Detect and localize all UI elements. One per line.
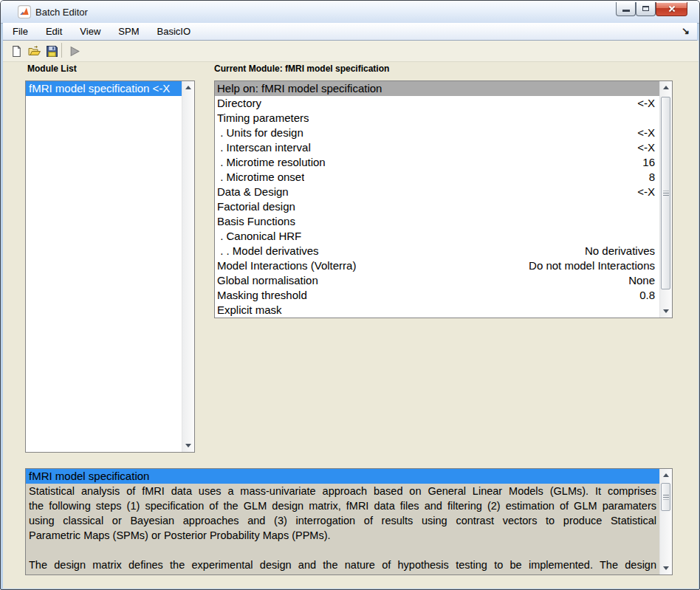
module-option-row[interactable]: Factorial design <box>215 199 659 214</box>
module-option-row[interactable]: Explicit mask <box>215 303 659 318</box>
scrollbar-thumb[interactable] <box>661 97 670 289</box>
scroll-up-icon[interactable] <box>182 81 194 94</box>
help-text-line: using classical or Bayesian approaches a… <box>29 513 656 528</box>
help-text-line: Statistical analysis of fMRI data uses a… <box>29 484 656 498</box>
option-value: None <box>621 273 655 288</box>
menu-item-basicio[interactable]: BasicIO <box>148 23 199 37</box>
module-option-row[interactable]: . Microtime onset8 <box>215 170 659 185</box>
option-label: Help on: fMRI model specification <box>217 81 382 96</box>
module-option-row[interactable]: . Interscan interval<-X <box>215 140 659 155</box>
scrollbar-thumb[interactable] <box>661 483 670 511</box>
option-value <box>648 303 655 318</box>
current-module-label: Current Module: fMRI model specification <box>214 64 389 74</box>
option-value: Do not model Interactions <box>521 258 655 273</box>
module-list-label: Module List <box>27 64 77 74</box>
save-floppy-icon <box>46 45 58 58</box>
close-icon <box>668 4 676 13</box>
option-value <box>648 229 655 244</box>
menu-item-file[interactable]: File <box>3 23 37 37</box>
window-title: Batch Editor <box>35 7 88 18</box>
module-option-row[interactable]: . Microtime resolution16 <box>215 155 659 170</box>
option-label: Global normalisation <box>217 273 318 288</box>
scroll-up-icon[interactable] <box>660 469 672 481</box>
figure-area: Module List fMRI model specification <-X… <box>3 41 699 589</box>
toolbar <box>3 41 699 62</box>
help-panel: fMRI model specification Statistical ana… <box>25 468 673 575</box>
option-value: <-X <box>630 96 655 111</box>
option-label: Model Interactions (Volterra) <box>217 258 356 273</box>
option-label: . Canonical HRF <box>217 229 301 244</box>
maximize-button[interactable] <box>636 2 656 16</box>
matlab-app-icon <box>18 5 31 18</box>
module-option-row[interactable]: . Canonical HRF <box>215 229 659 244</box>
module-options-scrollbar[interactable] <box>659 81 672 318</box>
module-option-row[interactable]: Data & Design<-X <box>215 185 659 199</box>
menu-item-view[interactable]: View <box>71 23 109 37</box>
new-batch-button[interactable] <box>8 43 24 59</box>
module-options-box: Help on: fMRI model specificationDirecto… <box>214 80 673 318</box>
scroll-up-icon[interactable] <box>660 81 672 94</box>
module-list-items: fMRI model specification <-X <box>26 81 194 96</box>
option-value: No derivatives <box>577 244 655 258</box>
module-option-row[interactable]: Basis Functions <box>215 214 659 229</box>
help-title: fMRI model specification <box>26 469 659 484</box>
scroll-down-icon[interactable] <box>660 305 672 318</box>
option-label: Basis Functions <box>217 214 295 229</box>
menubar-items: FileEditViewSPMBasicIO <box>3 24 199 37</box>
module-option-list: Help on: fMRI model specificationDirecto… <box>215 81 672 318</box>
module-option-row[interactable]: Model Interactions (Volterra)Do not mode… <box>215 258 659 273</box>
toolbar-separator <box>61 43 62 58</box>
option-value: <-X <box>630 140 655 155</box>
option-label: . Microtime resolution <box>217 155 326 170</box>
option-label: Explicit mask <box>217 303 282 318</box>
option-label: . Microtime onset <box>217 170 304 185</box>
module-option-row[interactable]: Masking threshold0.8 <box>215 288 659 303</box>
option-value: <-X <box>630 185 655 199</box>
module-list-item[interactable]: fMRI model specification <-X <box>26 81 182 96</box>
module-option-row[interactable]: Help on: fMRI model specification <box>215 81 659 96</box>
help-scrollbar[interactable] <box>659 469 672 574</box>
option-label: Directory <box>217 96 261 111</box>
option-label: . Interscan interval <box>217 140 311 155</box>
option-value <box>648 111 655 126</box>
option-label: Factorial design <box>217 199 295 214</box>
option-label: . . Model derivatives <box>217 244 319 258</box>
save-batch-button[interactable] <box>44 43 60 59</box>
option-value: 8 <box>642 170 655 185</box>
module-option-row[interactable]: Timing parameters <box>215 111 659 126</box>
help-text-line: The design matrix defines the experiment… <box>29 558 656 572</box>
titlebar[interactable]: Batch Editor <box>1 1 699 24</box>
new-file-icon <box>10 45 23 58</box>
open-folder-icon <box>27 45 41 57</box>
batch-editor-window: Batch Editor FileEditViewSPMBasicIO ↘ <box>0 0 700 590</box>
help-text-line: Parametric Maps (SPMs) or Posterior Prob… <box>29 528 656 543</box>
help-text-line <box>29 543 656 558</box>
module-option-row[interactable]: Directory<-X <box>215 96 659 111</box>
menu-overflow-arrow-icon[interactable]: ↘ <box>682 25 690 36</box>
run-batch-button[interactable] <box>66 43 83 59</box>
module-option-row[interactable]: . . Model derivativesNo derivatives <box>215 244 659 258</box>
menu-item-spm[interactable]: SPM <box>109 23 148 37</box>
help-text-line: the following steps (1) specification of… <box>29 498 656 513</box>
minimize-button[interactable] <box>616 2 636 16</box>
module-list-box: fMRI model specification <-X <box>25 80 195 453</box>
option-label: . Units for design <box>217 126 303 140</box>
close-button[interactable] <box>656 2 687 16</box>
module-option-row[interactable]: Global normalisationNone <box>215 273 659 288</box>
menu-item-edit[interactable]: Edit <box>37 23 71 37</box>
option-value: 16 <box>635 155 655 170</box>
option-label: Masking threshold <box>217 288 307 303</box>
option-value: 0.8 <box>632 288 655 303</box>
option-value <box>648 81 655 96</box>
option-label: Timing parameters <box>217 111 309 126</box>
run-play-icon <box>69 45 81 58</box>
menubar: FileEditViewSPMBasicIO ↘ <box>3 23 697 41</box>
scroll-down-icon[interactable] <box>660 562 672 574</box>
help-lines: Statistical analysis of fMRI data uses a… <box>26 484 659 572</box>
module-option-row[interactable]: . Units for design<-X <box>215 126 659 140</box>
option-label: Data & Design <box>217 185 289 199</box>
open-batch-button[interactable] <box>26 43 42 59</box>
module-list-scrollbar[interactable] <box>182 81 194 452</box>
option-value <box>648 214 655 229</box>
scroll-down-icon[interactable] <box>182 439 194 452</box>
